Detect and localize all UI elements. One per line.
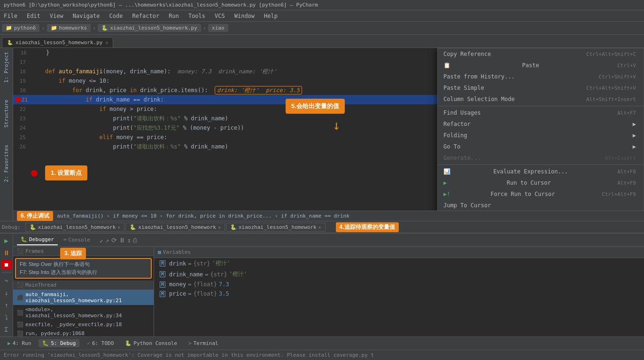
bottom-tab-bar: ▶ 4: Run 🐛 5: Debug ✓ 6: TODO 🐍 Python C… xyxy=(0,337,644,350)
pause-btn[interactable]: ⏸ xyxy=(1,248,12,258)
vars-header-label: Variables xyxy=(163,249,191,255)
ctx-evaluate[interactable]: 📊 Evaluate Expression... Alt+F8 xyxy=(438,166,644,177)
menu-run[interactable]: Run xyxy=(167,12,181,20)
ctx-force-cursor-label: Force Run to Cursor xyxy=(490,191,555,197)
menu-tools[interactable]: Tools xyxy=(186,12,207,20)
menu-refactor[interactable]: Refactor xyxy=(130,12,161,20)
ctx-refactor-arrow: ▶ xyxy=(633,121,636,127)
annotation-var-value: 5.会给出变量的值 xyxy=(286,99,345,114)
ctx-jump-cursor[interactable]: Jump To Cursor xyxy=(438,200,644,211)
force-cursor-icon: ▶! xyxy=(443,191,450,197)
tb-btn-1[interactable]: ↙ xyxy=(100,236,103,244)
session-tab-2-close[interactable]: ✕ xyxy=(218,225,221,230)
tb-btn-3[interactable]: ⟳ xyxy=(111,236,117,244)
menu-help[interactable]: Help xyxy=(262,12,279,20)
breadcrumb-homeworks[interactable]: 📁 homeworks xyxy=(47,24,91,32)
ctx-run-cursor[interactable]: ▶ Run to Cursor Alt+F9 xyxy=(438,177,644,188)
ctx-copy-reference-shortcut: Ctrl+Alt+Shift+C xyxy=(586,51,636,57)
session-tab-3-label: xiaozhai_lesson5_homework xyxy=(239,224,317,230)
ctx-find-usages[interactable]: Find Usages Alt+F7 xyxy=(438,107,644,118)
ctx-folding-arrow: ▶ xyxy=(633,132,636,139)
breadcrumb-xiao[interactable]: xiao xyxy=(208,24,228,32)
frame-label-0: auto_fanmaiji, xiaozhai_lesson5_homework… xyxy=(25,291,150,304)
step-out-btn[interactable]: ↑ xyxy=(1,300,12,310)
var-money-row[interactable]: M money = {float} 7.3 xyxy=(154,280,644,289)
stop-btn[interactable]: ■ xyxy=(1,260,12,269)
tab-todo[interactable]: ✓ 6: TODO xyxy=(83,339,117,347)
session-tab-1[interactable]: 🐍 xiaozhai_lesson5_homework ✕ xyxy=(25,223,125,232)
ctx-goto[interactable]: Go To ▶ xyxy=(438,141,644,152)
frame-item-3[interactable]: ⬛ run, pydevd.py:1068 xyxy=(13,329,154,337)
arrow-var-value: ↓ xyxy=(333,117,341,133)
tab-terminal[interactable]: > Terminal xyxy=(185,339,222,347)
var-drink-name-icon: M xyxy=(160,271,165,277)
breadcrumb-python6[interactable]: 📁 python6 xyxy=(2,24,39,32)
thread-icon: ⬛ xyxy=(17,282,23,288)
sidebar-favorites-label[interactable]: 2: Favorites xyxy=(2,143,10,184)
ctx-generate[interactable]: Generate... Alt+Insert xyxy=(438,152,644,164)
sidebar-structure-label[interactable]: Structure xyxy=(2,98,10,130)
var-drink-type: {str} xyxy=(193,260,210,267)
eval-expr-btn[interactable]: Σ xyxy=(1,324,12,335)
breadcrumb-bottom-text: auto_fanmaiji() › if money <= 10 › for d… xyxy=(57,213,349,219)
tab-console[interactable]: ⌨ Console xyxy=(60,235,94,245)
frame-item-2[interactable]: ⬛ execfile, _pydev_execfile.py:18 xyxy=(13,320,154,329)
session-tab-3[interactable]: 🐍 xiaozhai_lesson5_homework ✕ xyxy=(226,223,326,232)
tab-debugger[interactable]: 🐛 Debugger xyxy=(17,235,58,245)
var-drink-icon: M xyxy=(160,260,165,266)
menu-code[interactable]: Code xyxy=(108,12,125,20)
session-tab-3-close[interactable]: ✕ xyxy=(318,225,321,230)
var-drink-name-row[interactable]: M drink_name = {str} '橙汁' xyxy=(154,269,644,280)
menu-edit[interactable]: Edit xyxy=(25,12,42,20)
ctx-force-cursor[interactable]: ▶! Force Run to Cursor Ctrl+Alt+F9 xyxy=(438,188,644,200)
thread-label: MainThread xyxy=(25,282,56,288)
menu-navigate[interactable]: Navigate xyxy=(71,12,102,20)
tab-python-console[interactable]: 🐍 Python Console xyxy=(121,339,181,347)
session-tab-2[interactable]: 🐍 xiaozhai_lesson5_homework ✕ xyxy=(125,223,225,232)
line-number-19: 19 xyxy=(13,78,30,84)
ctx-find-usages-shortcut: Alt+F7 xyxy=(617,110,636,116)
menu-file[interactable]: File xyxy=(2,12,19,20)
file-tab-homework[interactable]: 🐍 xiaozhai_lesson5_homework.py ✕ xyxy=(2,37,113,47)
breadcrumb-file[interactable]: 🐍 xiaozhai_lesson5_homework.py xyxy=(98,24,201,32)
session-tab-1-close[interactable]: ✕ xyxy=(117,225,120,230)
step-into-btn[interactable]: ↓ xyxy=(1,288,12,298)
todo-tab-label: 6: TODO xyxy=(92,340,114,346)
tb-btn-6[interactable]: ⎙ xyxy=(133,236,137,244)
ctx-refactor[interactable]: Refactor ▶ xyxy=(438,118,644,130)
file-tab-label: xiaozhai_lesson5_homework.py xyxy=(16,39,102,46)
debug-session-tabs: Debug: 🐍 xiaozhai_lesson5_homework ✕ 🐍 x… xyxy=(0,221,644,233)
ctx-paste-history[interactable]: Paste from History... Ctrl+Shift+V xyxy=(438,71,644,82)
file-tab-close[interactable]: ✕ xyxy=(105,40,108,45)
folder-icon-2: 📁 xyxy=(51,25,57,31)
tab-run[interactable]: ▶ 4: Run xyxy=(4,339,35,347)
ctx-paste[interactable]: 📋 Paste Ctrl+V xyxy=(438,60,644,71)
var-drink-name-value: '橙汁' xyxy=(229,270,247,278)
frame-icon-2: ⬛ xyxy=(17,321,23,328)
var-drink[interactable]: M drink = {str} '橙汁' xyxy=(154,258,644,269)
var-price-eq: = xyxy=(188,290,191,297)
terminal-tab-label: Terminal xyxy=(194,340,218,346)
context-menu[interactable]: Copy Reference Ctrl+Alt+Shift+C 📋 Paste … xyxy=(437,48,644,211)
ctx-folding[interactable]: Folding ▶ xyxy=(438,130,644,141)
frame-item-1[interactable]: ⬛ <module>, xiaozhai_lesson5_homework.py… xyxy=(13,305,154,320)
menu-vcs[interactable]: VCS xyxy=(213,12,227,20)
var-price-row[interactable]: M price = {float} 3.5 xyxy=(154,289,644,298)
run-cursor-btn[interactable]: ⤵ xyxy=(1,312,12,322)
tab-debug[interactable]: 🐛 5: Debug xyxy=(39,339,79,347)
var-drink-value: '橙汁' xyxy=(212,259,230,267)
menu-window[interactable]: Window xyxy=(233,12,256,20)
frame-item-0[interactable]: ⬛ auto_fanmaiji, xiaozhai_lesson5_homewo… xyxy=(13,290,154,305)
ctx-column-selection[interactable]: Column Selection Mode Alt+Shift+Insert xyxy=(438,94,644,105)
tb-btn-5[interactable]: ↕ xyxy=(127,236,131,244)
step-over-btn[interactable]: ↷ xyxy=(1,275,12,286)
thread-panel: ⬛ MainThread xyxy=(13,281,154,290)
resume-btn[interactable]: ▶ xyxy=(1,235,12,246)
ctx-copy-reference[interactable]: Copy Reference Ctrl+Alt+Shift+C xyxy=(438,48,644,60)
ctx-paste-simple[interactable]: Paste Simple Ctrl+Alt+Shift+V xyxy=(438,82,644,94)
menu-view[interactable]: View xyxy=(48,12,65,20)
sidebar-project-label[interactable]: 1: Project xyxy=(2,50,10,85)
tb-btn-2[interactable]: ↗ xyxy=(105,236,109,244)
tb-btn-4[interactable]: ⏸ xyxy=(119,236,125,244)
breadcrumb-separator-3: › xyxy=(203,25,206,31)
